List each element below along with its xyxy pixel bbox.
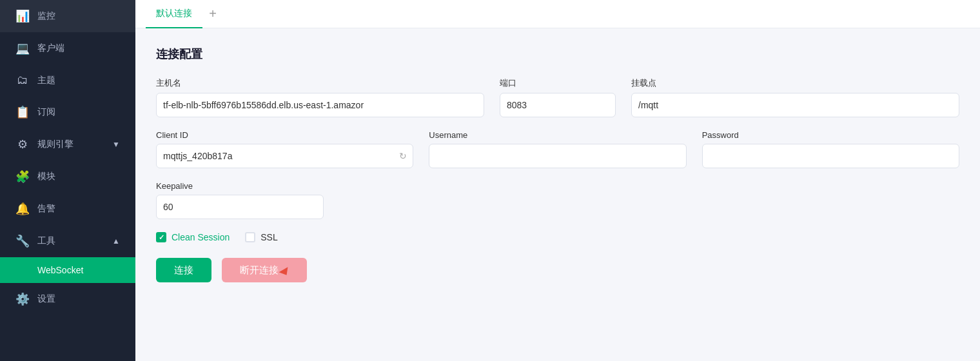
clean-session-checkbox[interactable]	[156, 232, 166, 242]
sidebar-item-client[interactable]: 💻 客户端	[0, 32, 135, 64]
form-group-keepalive: Keepalive	[156, 181, 324, 219]
disconnect-label: 断开连接	[240, 264, 279, 275]
tab-default[interactable]: 默认连接	[146, 0, 202, 28]
client-icon: 💻	[15, 41, 30, 55]
clean-session-label: Clean Session	[172, 232, 230, 242]
modules-icon: 🧩	[15, 170, 30, 184]
keepalive-input[interactable]	[156, 195, 324, 219]
form-row-3: Keepalive	[156, 181, 959, 219]
keepalive-label: Keepalive	[156, 181, 324, 191]
monitor-icon: 📊	[15, 9, 30, 23]
sidebar-label-websocket: WebSocket	[37, 265, 83, 275]
username-input[interactable]	[429, 144, 686, 168]
sidebar-label-rules: 规则引擎	[37, 139, 74, 150]
clientid-input[interactable]	[156, 144, 413, 168]
sidebar-label-tools: 工具	[37, 235, 55, 247]
sidebar-item-alerts[interactable]: 🔔 告警	[0, 193, 135, 225]
sidebar-item-rules[interactable]: ⚙ 规则引擎 ▼	[0, 128, 135, 161]
sidebar: 📊 监控 💻 客户端 🗂 主题 📋 订阅 ⚙ 规则引擎 ▼ 🧩 模块 🔔 告警 …	[0, 0, 135, 361]
username-label: Username	[429, 130, 686, 140]
sidebar-label-subscribe: 订阅	[37, 106, 55, 118]
sidebar-label-modules: 模块	[37, 171, 55, 182]
connect-button[interactable]: 连接	[156, 258, 211, 282]
tabs-bar: 默认连接 +	[135, 0, 980, 28]
form-group-username: Username	[429, 130, 686, 168]
password-label: Password	[702, 130, 959, 140]
form-row-2: Client ID ↻ Username Password	[156, 130, 959, 168]
clientid-input-wrapper: ↻	[156, 144, 413, 168]
tools-arrow-icon: ▲	[112, 237, 120, 246]
form-group-port: 端口	[500, 77, 616, 117]
disconnect-arrow-icon	[279, 267, 291, 278]
rules-arrow-icon: ▼	[112, 140, 120, 149]
sidebar-label-alerts: 告警	[37, 203, 55, 215]
tab-add-icon: +	[209, 6, 217, 21]
alerts-icon: 🔔	[15, 202, 30, 216]
form-group-clientid: Client ID ↻	[156, 130, 413, 168]
sidebar-item-monitor[interactable]: 📊 监控	[0, 0, 135, 32]
form-row-1: 主机名 端口 挂载点	[156, 77, 959, 117]
form-group-mount: 挂载点	[631, 77, 959, 117]
sidebar-label-monitor: 监控	[37, 10, 55, 22]
sidebar-item-tools[interactable]: 🔧 工具 ▲	[0, 225, 135, 257]
section-title: 连接配置	[156, 46, 959, 62]
sidebar-item-settings[interactable]: ⚙️ 设置	[0, 283, 135, 315]
ssl-label: SSL	[260, 232, 277, 242]
port-label: 端口	[500, 77, 616, 89]
subscribe-icon: 📋	[15, 105, 30, 119]
clean-session-checkbox-item[interactable]: Clean Session	[156, 232, 230, 242]
tab-default-label: 默认连接	[156, 8, 192, 19]
refresh-icon[interactable]: ↻	[399, 151, 407, 161]
sidebar-label-topics: 主题	[37, 75, 55, 86]
sidebar-label-client: 客户端	[37, 43, 64, 54]
main-area: 默认连接 + 连接配置 主机名 端口 挂载点 Client	[135, 0, 980, 361]
ssl-checkbox-item[interactable]: SSL	[245, 232, 277, 242]
password-input[interactable]	[702, 144, 959, 168]
mount-input[interactable]	[631, 93, 959, 117]
form-group-hostname: 主机名	[156, 77, 484, 117]
tab-add-button[interactable]: +	[202, 4, 223, 24]
sidebar-label-settings: 设置	[37, 293, 55, 305]
form-group-password: Password	[702, 130, 959, 168]
hostname-input[interactable]	[156, 93, 484, 117]
topics-icon: 🗂	[15, 73, 30, 87]
disconnect-button[interactable]: 断开连接	[222, 258, 307, 282]
mount-label: 挂载点	[631, 77, 959, 89]
clientid-label: Client ID	[156, 130, 413, 140]
port-input[interactable]	[500, 93, 616, 117]
hostname-label: 主机名	[156, 77, 484, 89]
tools-icon: 🔧	[15, 234, 30, 248]
sidebar-item-topics[interactable]: 🗂 主题	[0, 64, 135, 96]
buttons-row: 连接 断开连接	[156, 258, 959, 282]
checkbox-row: Clean Session SSL	[156, 232, 959, 242]
content-area: 连接配置 主机名 端口 挂载点 Client ID ↻	[135, 28, 980, 361]
sidebar-item-modules[interactable]: 🧩 模块	[0, 161, 135, 193]
ssl-checkbox[interactable]	[245, 232, 255, 242]
rules-icon: ⚙	[15, 137, 30, 151]
settings-icon: ⚙️	[15, 292, 30, 306]
sidebar-item-subscribe[interactable]: 📋 订阅	[0, 96, 135, 128]
sidebar-item-websocket[interactable]: WebSocket	[0, 257, 135, 283]
